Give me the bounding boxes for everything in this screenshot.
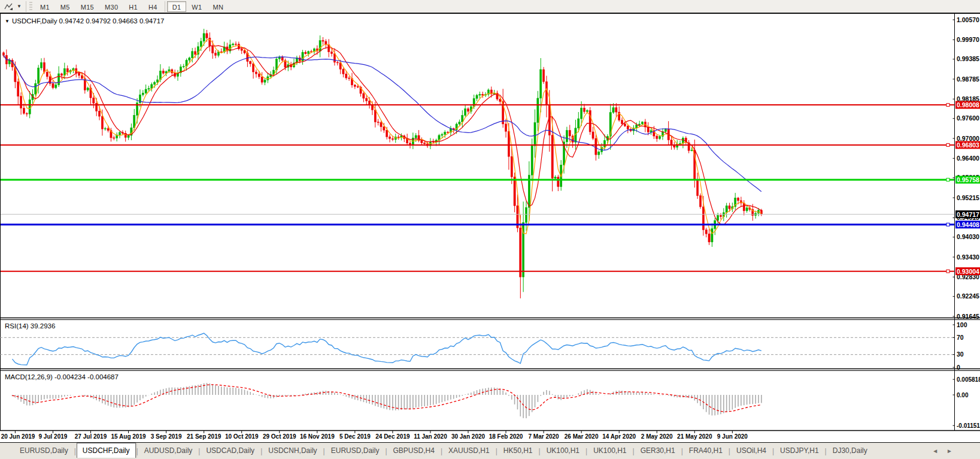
rsi-tick: 0 — [957, 364, 960, 371]
chart-area[interactable]: 1.005700.999700.993850.987850.981850.976… — [0, 13, 980, 442]
date-tick: 5 Dec 2019 — [339, 433, 371, 440]
timeframe-toolbar: ▼ M1M5M15M30H1H4D1W1MN — [0, 0, 980, 13]
date-tick: 7 Mar 2020 — [529, 433, 560, 440]
date-tick: 24 Dec 2019 — [375, 433, 410, 440]
chart-tabs: EURUSD,Daily|USDCHF,Daily|AUDUSD,Daily|U… — [14, 444, 873, 458]
timeframe-button-m1[interactable]: M1 — [35, 1, 55, 12]
price-tick: 0.93430 — [957, 253, 979, 261]
timeframe-buttons: M1M5M15M30H1H4D1W1MN — [35, 1, 229, 12]
toolbar-separator — [26, 1, 26, 12]
price-label-0.96803: 0.96803 — [957, 141, 979, 149]
date-tick: 29 Oct 2019 — [263, 433, 296, 440]
rsi-tick: 30 — [957, 351, 964, 358]
date-tick: 2 May 2020 — [641, 433, 673, 440]
chart-tool-icon — [4, 2, 14, 11]
price-chart-svg[interactable]: 1.005700.999700.993850.987850.981850.976… — [0, 13, 980, 442]
hline-handle[interactable] — [946, 178, 949, 181]
price-tick: 0.94030 — [957, 233, 979, 240]
date-tick: 14 Apr 2020 — [602, 433, 636, 440]
date-tick: 10 Oct 2019 — [225, 433, 259, 440]
date-tick: 16 Nov 2019 — [300, 433, 335, 440]
price-tick: 0.96400 — [957, 155, 979, 162]
rsi-line — [13, 333, 761, 365]
tab-usdchf-daily[interactable]: USDCHF,Daily — [77, 443, 136, 458]
hline-handle[interactable] — [946, 270, 949, 273]
timeframe-button-m5[interactable]: M5 — [55, 1, 75, 12]
price-label-0.95758: 0.95758 — [957, 176, 979, 183]
collapse-triangle-icon[interactable]: ▼ — [5, 19, 10, 24]
price-label-0.94717: 0.94717 — [957, 211, 979, 218]
price-tick: 1.00570 — [957, 16, 979, 23]
tab-uk100-h1[interactable]: UK100,H1 — [541, 445, 585, 457]
hline-handle[interactable] — [946, 143, 949, 146]
date-tick: 9 Jul 2019 — [39, 433, 68, 440]
toolbar-grip[interactable] — [29, 2, 32, 11]
date-tick: 15 Aug 2019 — [111, 433, 146, 440]
tab-eurusd-daily[interactable]: EURUSD,Daily — [14, 445, 74, 457]
chart-tool-button[interactable] — [2, 1, 16, 12]
price-label-0.98008: 0.98008 — [957, 101, 979, 108]
price-label-0.94408: 0.94408 — [957, 221, 979, 228]
price-tick: 0.91645 — [957, 313, 979, 320]
dropdown-caret-icon[interactable]: ▼ — [16, 4, 24, 9]
timeframe-button-m30[interactable]: M30 — [99, 1, 123, 12]
rsi-label: RSI(14) 39.2936 — [5, 322, 55, 330]
date-tick: 30 Jan 2020 — [451, 433, 486, 440]
tab-gbpusd-h4[interactable]: GBPUSD,H4 — [388, 445, 440, 457]
timeframe-button-h1[interactable]: H1 — [123, 1, 143, 12]
chart-title: USDCHF,Daily 0.94742 0.94792 0.94663 0.9… — [12, 17, 164, 25]
date-tick: 21 May 2020 — [677, 433, 712, 440]
date-tick: 21 Sep 2019 — [187, 433, 222, 440]
tab-usoil-h4[interactable]: USOil,H4 — [731, 445, 772, 457]
tab-usdjpy-h1[interactable]: USDJPY,H1 — [775, 445, 824, 457]
date-tick: 11 Jan 2020 — [414, 433, 447, 440]
date-tick: 20 Jun 2019 — [1, 433, 35, 440]
tab-scroll-buttons: ◄ ► — [932, 448, 980, 454]
price-tick: 0.92245 — [957, 292, 979, 300]
price-tick: 0.97000 — [957, 135, 979, 142]
price-tick: 0.98785 — [957, 76, 979, 83]
tab-hk50-h1[interactable]: HK50,H1 — [498, 445, 538, 457]
timeframe-button-w1[interactable]: W1 — [186, 1, 207, 12]
toolbar-separator — [165, 1, 165, 12]
date-tick: 9 Jun 2020 — [717, 433, 748, 440]
price-tick: 0.99970 — [957, 36, 979, 43]
date-tick: 26 Mar 2020 — [565, 433, 599, 440]
tab-eurusd-daily[interactable]: EURUSD,Daily — [326, 445, 385, 457]
tab-fra40-h1[interactable]: FRA40,H1 — [684, 445, 728, 457]
tab-scroll-left-icon[interactable]: ◄ — [932, 448, 938, 454]
price-tick: 0.95215 — [957, 194, 979, 201]
tab-scroll-right-icon[interactable]: ► — [946, 448, 952, 454]
tab-usdcnh-daily[interactable]: USDCNH,Daily — [263, 445, 322, 457]
timeframe-button-d1[interactable]: D1 — [167, 1, 187, 12]
macd-tick: 0.005818 — [957, 376, 980, 383]
price-tick: 0.99385 — [957, 55, 979, 62]
hline-handle[interactable] — [946, 104, 949, 107]
tab-uk100-h1[interactable]: UK100,H1 — [588, 445, 632, 457]
timeframe-button-m15[interactable]: M15 — [75, 1, 99, 12]
date-tick: 18 Feb 2020 — [489, 433, 523, 440]
timeframe-button-h4[interactable]: H4 — [143, 1, 163, 12]
tab-ger30-h1[interactable]: GER30,H1 — [635, 445, 681, 457]
rsi-tick: 70 — [957, 334, 964, 341]
price-label-0.93004: 0.93004 — [957, 268, 979, 275]
rsi-tick: 100 — [957, 321, 967, 328]
date-tick: 27 Jul 2019 — [75, 433, 107, 440]
hline-handle[interactable] — [946, 223, 949, 226]
tab-usdcad-daily[interactable]: USDCAD,Daily — [201, 445, 260, 457]
macd-tick: 0.00 — [957, 392, 969, 398]
timeframe-button-mn[interactable]: MN — [207, 1, 229, 12]
tab-audusd-daily[interactable]: AUDUSD,Daily — [139, 445, 198, 457]
macd-tick: -0.011514 — [957, 422, 980, 429]
tab-dj30-daily[interactable]: DJ30,Daily — [827, 445, 873, 457]
chart-tab-bar: EURUSD,Daily|USDCHF,Daily|AUDUSD,Daily|U… — [0, 442, 980, 459]
price-tick: 0.97600 — [957, 114, 979, 122]
date-tick: 3 Sep 2019 — [151, 433, 182, 440]
tab-xauusd-h1[interactable]: XAUUSD,H1 — [443, 445, 495, 457]
macd-label: MACD(12,26,9) -0.004234 -0.004687 — [5, 373, 119, 381]
